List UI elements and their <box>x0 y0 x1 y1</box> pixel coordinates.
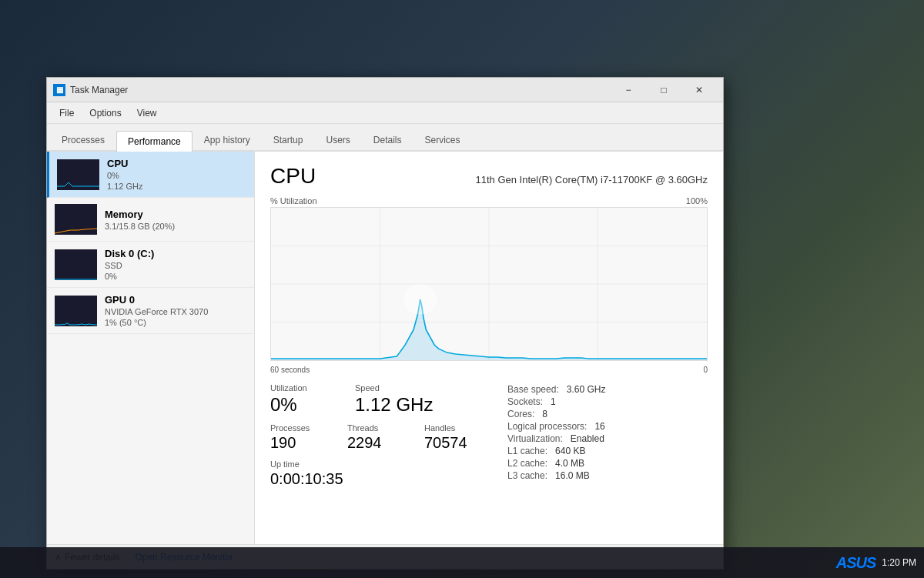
l3-val: 16.0 MB <box>555 470 590 481</box>
uptime-value: 0:00:10:35 <box>270 470 507 488</box>
threads-stat: Threads 2294 <box>347 423 409 452</box>
util-label: Utilization <box>270 383 332 393</box>
stats-section: Utilization 0% Speed 1.12 GHz Processes … <box>270 383 708 488</box>
menu-file[interactable]: File <box>52 105 82 122</box>
sockets-val: 1 <box>551 396 556 407</box>
tab-services[interactable]: Services <box>413 129 472 150</box>
task-manager-window: ▦ Task Manager − □ ✕ File Options View P… <box>46 77 724 570</box>
left-stats: Utilization 0% Speed 1.12 GHz Processes … <box>270 383 507 488</box>
virt-key: Virtualization: <box>507 433 563 444</box>
menu-view[interactable]: View <box>129 105 165 122</box>
cores-val: 8 <box>542 409 547 419</box>
panel-title: CPU <box>270 164 316 189</box>
base-speed-row: Base speed: 3.60 GHz <box>507 383 708 396</box>
chart-time-label: 60 seconds <box>270 366 310 374</box>
tab-performance[interactable]: Performance <box>116 131 192 152</box>
util-value: 0% <box>270 394 332 416</box>
proc-thread-handle-row: Processes 190 Threads 2294 Handles 70574 <box>270 423 507 452</box>
window-title: Task Manager <box>70 85 611 95</box>
sockets-row: Sockets: 1 <box>507 396 708 408</box>
taskbar: ASUS 1:20 PM <box>0 547 924 578</box>
tab-users[interactable]: Users <box>314 129 361 150</box>
base-speed-val: 3.60 GHz <box>567 384 606 395</box>
l2-key: L2 cache: <box>507 458 547 469</box>
disk-info: Disk 0 (C:) SSD 0% <box>105 248 246 281</box>
virt-val: Enabled <box>571 433 604 444</box>
uptime-label: Up time <box>270 459 507 469</box>
sidebar-item-disk[interactable]: Disk 0 (C:) SSD 0% <box>47 242 254 288</box>
tab-startup[interactable]: Startup <box>262 129 315 150</box>
l3-row: L3 cache: 16.0 MB <box>507 469 708 482</box>
cpu-util: 0% <box>107 171 246 180</box>
speed-value: 1.12 GHz <box>355 394 433 416</box>
chart-label-row: % Utilization 100% <box>270 196 708 205</box>
gpu-info: GPU 0 NVIDIA GeForce RTX 3070 1% (50 °C) <box>105 294 246 327</box>
panel-subtitle: 11th Gen Intel(R) Core(TM) i7-11700KF @ … <box>476 174 708 185</box>
threads-value: 2294 <box>347 434 409 452</box>
proc-label: Processes <box>270 423 332 433</box>
disk-name: Disk 0 (C:) <box>105 248 246 259</box>
tab-app-history[interactable]: App history <box>192 129 262 150</box>
svg-rect-2 <box>55 249 97 280</box>
l1-val: 640 KB <box>555 446 585 456</box>
sidebar-item-gpu[interactable]: GPU 0 NVIDIA GeForce RTX 3070 1% (50 °C) <box>47 288 254 334</box>
cpu-info: CPU 0% 1.12 GHz <box>107 158 246 191</box>
l1-key: L1 cache: <box>507 446 547 456</box>
l2-val: 4.0 MB <box>555 458 584 469</box>
cpu-speed: 1.12 GHz <box>107 182 246 191</box>
tab-bar: Processes Performance App history Startu… <box>47 124 723 152</box>
gpu-thumbnail <box>55 296 97 326</box>
memory-name: Memory <box>105 209 246 220</box>
chart-time-row: 60 seconds 0 <box>270 366 708 374</box>
sidebar-item-memory[interactable]: Memory 3.1/15.8 GB (20%) <box>47 198 254 242</box>
sidebar-item-cpu[interactable]: CPU 0% 1.12 GHz <box>47 152 254 198</box>
minimize-button[interactable]: − <box>611 78 646 102</box>
title-bar: ▦ Task Manager − □ ✕ <box>47 78 723 102</box>
cpu-panel: CPU 11th Gen Intel(R) Core(TM) i7-11700K… <box>255 152 723 544</box>
processes-stat: Processes 190 <box>270 423 332 452</box>
window-controls: − □ ✕ <box>611 78 717 102</box>
speed-stat: Speed 1.12 GHz <box>355 383 433 416</box>
tab-details[interactable]: Details <box>362 129 413 150</box>
chart-zero-label: 0 <box>703 366 708 374</box>
panel-header: CPU 11th Gen Intel(R) Core(TM) i7-11700K… <box>270 164 708 189</box>
svg-point-12 <box>403 284 437 315</box>
speed-label: Speed <box>355 383 433 393</box>
disk-util: 0% <box>105 272 246 281</box>
uptime-stat: Up time 0:00:10:35 <box>270 459 507 488</box>
gpu-model: NVIDIA GeForce RTX 3070 <box>105 307 246 316</box>
threads-label: Threads <box>347 423 409 433</box>
l3-key: L3 cache: <box>507 470 547 481</box>
gpu-util: 1% (50 °C) <box>105 318 246 327</box>
menu-options[interactable]: Options <box>82 105 129 122</box>
taskbar-time: 1:20 PM <box>882 557 916 568</box>
svg-rect-0 <box>57 159 99 190</box>
memory-info: Memory 3.1/15.8 GB (20%) <box>105 209 246 231</box>
right-stats: Base speed: 3.60 GHz Sockets: 1 Cores: 8… <box>507 383 708 488</box>
cpu-thumbnail <box>57 159 99 190</box>
logical-key: Logical processors: <box>507 421 587 432</box>
cpu-name: CPU <box>107 158 246 169</box>
app-icon: ▦ <box>53 84 65 96</box>
cores-key: Cores: <box>507 409 534 419</box>
l2-row: L2 cache: 4.0 MB <box>507 457 708 469</box>
asus-logo: ASUS <box>836 554 876 572</box>
svg-rect-3 <box>55 296 97 326</box>
disk-type: SSD <box>105 261 246 270</box>
close-button[interactable]: ✕ <box>681 78 717 102</box>
tab-processes[interactable]: Processes <box>50 129 116 150</box>
util-speed-row: Utilization 0% Speed 1.12 GHz <box>270 383 507 416</box>
chart-max-label: 100% <box>686 196 708 205</box>
chart-y-label: % Utilization <box>270 196 317 205</box>
logical-val: 16 <box>594 421 604 432</box>
cores-row: Cores: 8 <box>507 408 708 420</box>
handles-value: 70574 <box>424 434 486 452</box>
gpu-name: GPU 0 <box>105 294 246 306</box>
disk-thumbnail <box>55 249 97 280</box>
main-content: CPU 0% 1.12 GHz Memory 3.1/15.8 GB (20%) <box>47 152 723 544</box>
base-speed-key: Base speed: <box>507 384 559 395</box>
sockets-key: Sockets: <box>507 396 543 407</box>
sidebar: CPU 0% 1.12 GHz Memory 3.1/15.8 GB (20%) <box>47 152 255 544</box>
maximize-button[interactable]: □ <box>646 78 681 102</box>
proc-value: 190 <box>270 434 332 452</box>
